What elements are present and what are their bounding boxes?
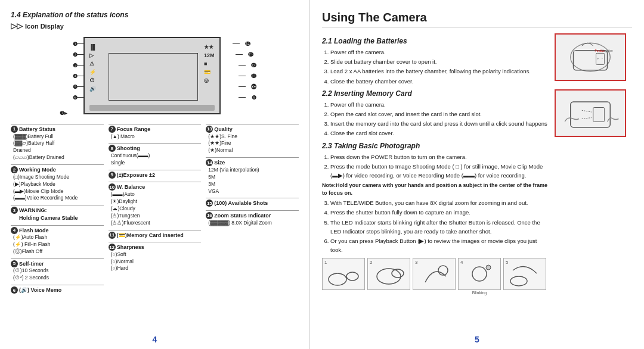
photo-svg-2: [368, 258, 410, 289]
section-21-title: 2.1 Loading the Batteries: [322, 37, 549, 45]
svg-point-1: [346, 272, 358, 281]
camera-note: Note:Hold your camera with your hands an…: [322, 182, 549, 197]
photo-sample-2: 2: [367, 258, 410, 290]
info-section-col3: 13 Quality (★★)S. Fine (★★)Fine (★)Norma…: [206, 124, 299, 295]
svg-text:Negative: Negative: [602, 49, 613, 52]
section-23-list-cont: With TELE/WIDE Button, you can have 8X d…: [322, 198, 549, 254]
right-images-column: + - Positive Negative: [555, 33, 632, 295]
info-section-col2: 7 Focus Range (▲) Macro 8 Shooting Conti…: [109, 124, 202, 295]
blinking-label: Blinking: [458, 291, 501, 295]
svg-point-5: [472, 267, 487, 281]
svg-point-2: [377, 269, 401, 284]
section-21-list: Power off the camera. Slide out battery …: [322, 48, 549, 86]
lcd-left-icons: ▐▌ ▷ ⚠ ⚡ ⏱ 🔊: [89, 44, 97, 92]
info-section-battery: 1 Battery Status (▓▓▓)Battery Full (▓▓▱)…: [11, 124, 104, 295]
svg-rect-16: [593, 108, 605, 122]
photo-svg-4: [459, 258, 500, 289]
memory-card-image: [555, 89, 626, 137]
svg-point-6: [486, 265, 491, 270]
photo-svg-5: [504, 258, 546, 289]
focus-bracket: [109, 53, 198, 101]
photo-sample-4: 4: [458, 258, 501, 290]
focus-range-macro: (▲) Macro: [109, 133, 202, 141]
lcd-right-icons: ★★ 12M ■ 💳 ◎: [204, 44, 215, 83]
bottom-images: 1 2 3: [322, 258, 549, 295]
svg-point-3: [392, 269, 404, 278]
left-panel: 1.4 Explanation of the status icons ▷▷ I…: [0, 0, 310, 349]
section-23-list: Press down the POWER button to turn on t…: [322, 152, 549, 180]
lcd-diagram: ❶ ❷ ❸ ❹ ❺ ❻ ❼▸ ⓮ ⓯ ⓬ ⓫ ⓾ ❾ ▐▌ ▷ ⚠ ⚡ ⏱ 🔊 …: [42, 34, 268, 120]
svg-text:+: +: [597, 57, 599, 60]
right-panel: Using The Camera 2.1 Loading the Batteri…: [310, 0, 644, 349]
right-content: 2.1 Loading the Batteries Power off the …: [322, 33, 632, 295]
svg-point-7: [510, 276, 527, 286]
section-23-title: 2.3 Taking Basic Photograph: [322, 142, 549, 150]
info-grid: 1 Battery Status (▓▓▓)Battery Full (▓▓▱)…: [11, 124, 299, 295]
icon-display-title: ▷▷ Icon Display: [11, 21, 299, 30]
photo-sample-4-container: 4 Blinking: [458, 258, 501, 295]
photo-svg-1: [323, 258, 364, 289]
svg-point-0: [329, 273, 346, 285]
lcd-screen: ▐▌ ▷ ⚠ ⚡ ⏱ 🔊 ★★ 12M ■ 💳 ◎: [83, 37, 221, 114]
right-text-column: 2.1 Loading the Batteries Power off the …: [322, 33, 549, 295]
zoom-bar: [89, 105, 215, 111]
chevron-icon: ▷▷: [11, 21, 23, 30]
photo-svg-3: [413, 258, 455, 289]
photo-sample-5: 5: [503, 258, 546, 290]
section-22-title: 2.2 Inserting Memory Card: [322, 89, 549, 98]
battery-image: + - Positive Negative: [555, 33, 626, 81]
photo-sample-3: 3: [413, 258, 456, 290]
photo-sample-1: 1: [322, 258, 365, 290]
right-title: Using The Camera: [322, 11, 632, 27]
section-title: 1.4 Explanation of the status icons: [11, 11, 299, 19]
page-number-right: 5: [475, 335, 479, 344]
page-number-left: 4: [153, 335, 157, 344]
section-22-list: Power off the camera. Open the card slot…: [322, 100, 549, 138]
